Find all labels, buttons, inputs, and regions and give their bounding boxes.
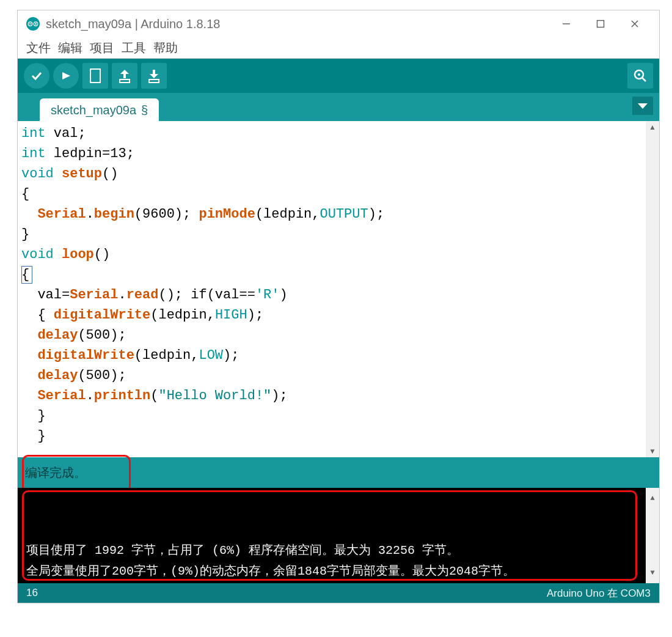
svg-point-22 [638,73,640,76]
svg-rect-13 [123,73,126,78]
menu-tools[interactable]: 工具 [118,40,150,56]
maximize-button[interactable] [583,13,618,35]
scroll-down-icon[interactable]: ▼ [646,445,659,457]
build-status-bar: 编译完成。 [18,457,659,488]
svg-marker-9 [62,72,70,79]
scroll-up-icon[interactable]: ▲ [646,121,659,133]
menu-sketch[interactable]: 项目 [86,40,118,56]
text-caret [21,266,32,284]
code-editor[interactable]: int val; int ledpin=13; void setup() { S… [18,121,659,457]
tab-sketch[interactable]: sketch_may09a § [40,98,159,121]
serial-monitor-button[interactable] [627,63,653,89]
console-wrap: 项目使用了 1992 字节，占用了 (6%) 程序存储空间。最大为 32256 … [18,488,659,583]
menu-edit[interactable]: 编辑 [54,40,86,56]
svg-marker-17 [150,74,158,78]
verify-button[interactable] [24,63,49,89]
save-sketch-button[interactable] [141,63,167,89]
close-button[interactable] [618,13,652,35]
annotation-box-console [22,490,637,581]
console-scrollbar[interactable]: ▲ ▼ [646,488,659,583]
output-console[interactable]: 项目使用了 1992 字节，占用了 (6%) 程序存储空间。最大为 32256 … [18,488,659,583]
scroll-down-icon[interactable]: ▼ [650,562,654,583]
arduino-logo-icon [26,17,40,31]
scroll-up-icon[interactable]: ▲ [650,488,654,509]
minimize-button[interactable] [549,13,583,35]
tab-label: sketch_may09a [51,103,136,117]
tabs-dropdown-button[interactable] [632,97,653,115]
svg-line-21 [642,78,646,81]
tabstrip: sketch_may09a § [18,93,659,121]
annotation-box-status [22,455,131,493]
svg-marker-12 [120,70,129,74]
menu-file[interactable]: 文件 [23,40,54,56]
open-sketch-button[interactable] [112,63,137,89]
menubar: 文件 编辑 项目 工具 帮助 [18,37,659,59]
svg-marker-23 [638,103,648,109]
new-sketch-button[interactable] [82,63,108,89]
svg-rect-16 [153,70,155,75]
window-title: sketch_may09a | Arduino 1.8.18 [46,17,220,31]
svg-rect-6 [597,21,604,28]
board-port-label: Arduino Uno 在 COM3 [547,586,651,600]
footer-bar: 16 Arduino Uno 在 COM3 [18,583,659,603]
toolbar [18,59,659,93]
titlebar[interactable]: sketch_may09a | Arduino 1.8.18 [18,10,659,37]
arduino-window: sketch_may09a | Arduino 1.8.18 文件 编辑 项目 … [17,10,660,603]
upload-button[interactable] [53,63,79,89]
tab-dirty-marker: § [141,103,148,117]
editor-scrollbar[interactable]: ▲ ▼ [646,121,659,457]
svg-rect-10 [90,69,100,83]
code-content: int val; int ledpin=13; void setup() { S… [18,121,659,446]
menu-help[interactable]: 帮助 [150,40,181,56]
